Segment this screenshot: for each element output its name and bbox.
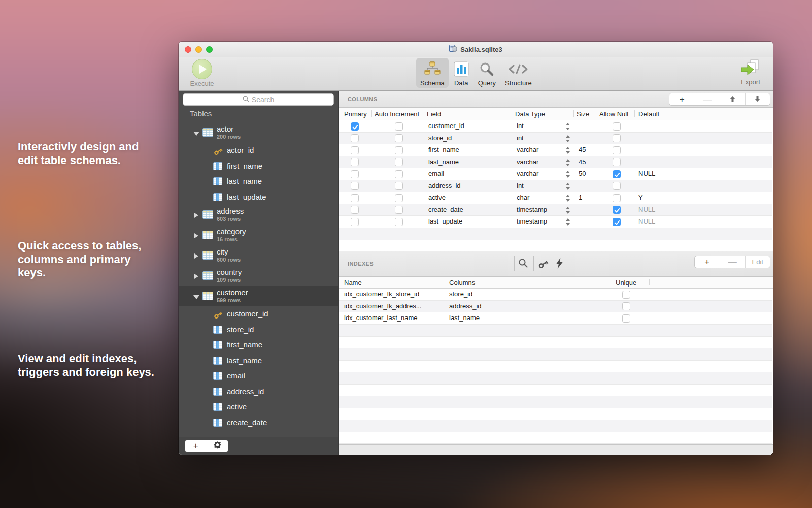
add-table-button[interactable]: + [185, 440, 207, 452]
column-row[interactable]: create_date timestamp NULL [339, 204, 772, 216]
sidebar-item-column-actor-id[interactable]: actor_id [179, 143, 338, 158]
data-type-stepper[interactable] [566, 170, 570, 178]
sidebar-item-column[interactable]: address_id [179, 384, 338, 400]
column-row[interactable]: email varchar 50 NULL [339, 168, 772, 180]
sidebar-item-table-customer[interactable]: customer 599 rows [179, 286, 338, 306]
allow-null-checkbox[interactable] [613, 134, 621, 142]
auto-increment-checkbox[interactable] [395, 206, 403, 214]
tab-query[interactable]: Query [474, 58, 500, 88]
column-row[interactable]: address_id int [339, 180, 772, 193]
disclosure-triangle-icon[interactable] [194, 274, 198, 279]
allow-null-checkbox[interactable] [613, 182, 621, 190]
column-row[interactable]: store_id int [339, 133, 772, 145]
sidebar-item-column-customer-id[interactable]: customer_id [179, 306, 338, 322]
auto-increment-checkbox[interactable] [395, 182, 403, 190]
sidebar-item-column[interactable]: email [179, 368, 338, 384]
index-row[interactable]: idx_customer_last_name last_name [339, 312, 772, 325]
sidebar-item-column[interactable]: last_update [179, 189, 338, 205]
field-name: address_id [428, 180, 461, 192]
move-column-down-button[interactable] [745, 93, 770, 105]
allow-null-checkbox[interactable] [613, 206, 621, 214]
sidebar-item-column[interactable]: last_name [179, 174, 338, 189]
column-row[interactable]: first_name varchar 45 [339, 144, 772, 156]
disclosure-triangle-icon[interactable] [194, 233, 198, 238]
allow-null-checkbox[interactable] [613, 158, 621, 166]
primary-checkbox[interactable] [351, 158, 359, 166]
column-row[interactable]: last_update timestamp NULL [339, 216, 772, 228]
disclosure-triangle-icon[interactable] [193, 132, 199, 136]
add-index-button[interactable]: + [695, 256, 720, 268]
primary-checkbox[interactable] [351, 134, 359, 142]
sidebar-item-column[interactable]: first_name [179, 158, 338, 174]
data-type-stepper[interactable] [566, 182, 570, 190]
auto-increment-checkbox[interactable] [395, 158, 403, 166]
primary-checkbox[interactable] [351, 218, 359, 226]
indexes-section-title: INDEXES [348, 261, 374, 267]
data-type-stepper[interactable] [566, 194, 570, 202]
disclosure-triangle-icon[interactable] [194, 253, 198, 259]
index-row[interactable]: idx_customer_fk_store_id store_id [339, 289, 772, 301]
column-icon [213, 357, 222, 367]
column-row[interactable]: last_name varchar 45 [339, 156, 772, 169]
add-column-button[interactable]: + [669, 93, 695, 105]
allow-null-checkbox[interactable] [613, 170, 621, 178]
data-type-stepper[interactable] [566, 146, 570, 154]
index-row[interactable]: idx_customer_fk_addres... address_id [339, 301, 772, 313]
primary-checkbox[interactable] [351, 206, 359, 214]
column-icon [213, 326, 222, 336]
auto-increment-checkbox[interactable] [395, 134, 403, 142]
unique-checkbox[interactable] [622, 302, 630, 310]
settings-button[interactable] [207, 440, 228, 452]
auto-increment-checkbox[interactable] [395, 194, 403, 202]
data-type-stepper[interactable] [566, 218, 570, 226]
move-column-up-button[interactable] [720, 93, 745, 105]
allow-null-checkbox[interactable] [613, 194, 621, 202]
data-type-stepper[interactable] [566, 158, 570, 167]
execute-button[interactable]: Execute [186, 58, 218, 87]
allow-null-checkbox[interactable] [613, 122, 621, 131]
primary-checkbox[interactable] [351, 194, 359, 202]
data-type-stepper[interactable] [566, 206, 570, 214]
data-type-stepper[interactable] [566, 122, 570, 131]
sidebar-item-column[interactable]: store_id [179, 322, 338, 338]
sidebar-item-table-city[interactable]: city 600 rows [179, 245, 338, 266]
tab-data[interactable]: Data [450, 58, 473, 88]
auto-increment-checkbox[interactable] [395, 218, 403, 226]
sidebar-item-table-category[interactable]: category 16 rows [179, 225, 338, 245]
primary-checkbox[interactable] [351, 146, 359, 154]
remove-column-button[interactable]: — [695, 93, 720, 105]
sidebar-item-column[interactable]: active [179, 399, 338, 415]
tab-structure[interactable]: Structure [501, 58, 536, 88]
arrow-up-icon [729, 94, 736, 105]
data-type-stepper[interactable] [566, 135, 570, 143]
allow-null-checkbox[interactable] [613, 146, 621, 154]
unique-checkbox[interactable] [622, 314, 630, 323]
edit-index-button[interactable]: Edit [745, 256, 770, 268]
disclosure-triangle-icon[interactable] [194, 213, 198, 218]
disclosure-triangle-icon[interactable] [193, 295, 199, 299]
index-key-icon[interactable] [537, 258, 549, 271]
sidebar-item-column[interactable]: create_date [179, 415, 338, 431]
sidebar-item-table-country[interactable]: country 109 rows [179, 266, 338, 286]
trigger-lightning-icon[interactable] [556, 258, 563, 271]
search-input[interactable]: Search [183, 93, 334, 106]
primary-checkbox[interactable] [351, 122, 359, 131]
export-button[interactable]: Export [735, 58, 766, 86]
sidebar-item-table-actor[interactable]: actor 200 rows [179, 122, 338, 143]
auto-increment-checkbox[interactable] [395, 122, 403, 131]
remove-index-button[interactable]: — [720, 256, 745, 268]
sidebar-item-table-address[interactable]: address 603 rows [179, 205, 338, 225]
column-row[interactable]: customer_id int [339, 120, 772, 133]
primary-checkbox[interactable] [351, 182, 359, 190]
auto-increment-checkbox[interactable] [395, 170, 403, 178]
index-search-icon[interactable] [518, 258, 528, 270]
tab-schema[interactable]: Schema [416, 58, 449, 88]
unique-checkbox[interactable] [622, 291, 630, 299]
sidebar-item-column[interactable]: last_name [179, 353, 338, 369]
column-row[interactable]: active char 1 Y [339, 192, 772, 204]
sidebar: Search Tables actor 200 rows actor_id [179, 91, 338, 437]
allow-null-checkbox[interactable] [613, 218, 621, 226]
primary-checkbox[interactable] [351, 170, 359, 178]
sidebar-item-column[interactable]: first_name [179, 337, 338, 353]
auto-increment-checkbox[interactable] [395, 146, 403, 154]
